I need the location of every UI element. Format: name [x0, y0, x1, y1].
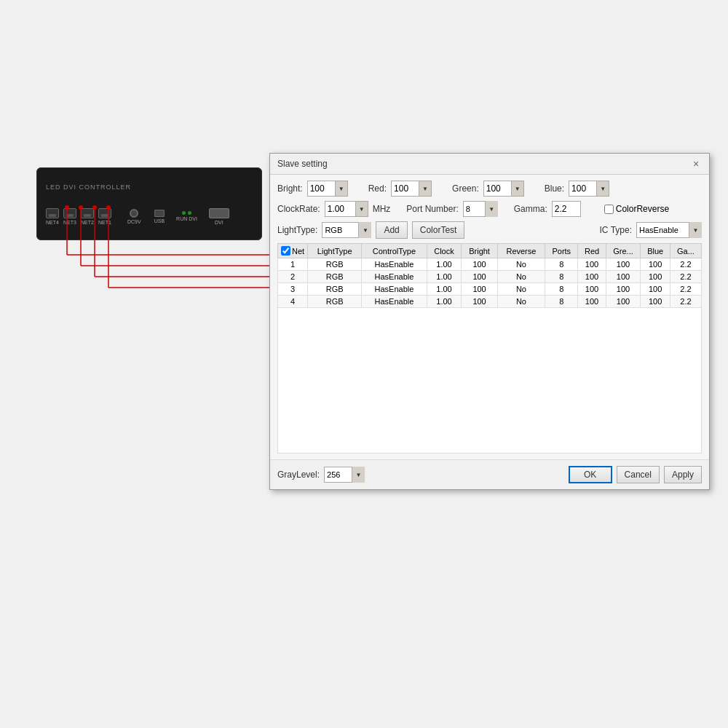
graylevel-select[interactable]: 256 512 1024 — [324, 467, 365, 483]
cell-reverse-0: No — [497, 258, 545, 271]
portnumber-label: Port Number: — [406, 204, 458, 214]
usb-group: USB — [154, 210, 165, 223]
th-reverse: Reverse — [497, 244, 545, 258]
green-dropdown-btn[interactable]: ▼ — [511, 181, 524, 197]
clockrate-input-group: ▼ — [325, 201, 368, 217]
cell-gamma-1: 2.2 — [670, 271, 701, 283]
cell-ports-2: 8 — [545, 283, 578, 296]
close-button[interactable]: × — [690, 158, 702, 170]
red-input[interactable] — [391, 181, 419, 197]
clockrate-input[interactable] — [325, 201, 355, 217]
cell-ports-0: 8 — [545, 258, 578, 271]
th-net-label: Net — [292, 247, 304, 256]
ports-row: NET4 NET3 NET2 NET1 DC9V — [46, 208, 253, 225]
cell-lighttype-0: RGB — [308, 258, 362, 271]
bright-label: Bright: — [277, 183, 303, 194]
device-box: LED DVI CONTROLLER NET4 NET3 NET2 NET1 — [36, 167, 262, 240]
table-header: Net LightType ControlType Clock Bright R… — [278, 244, 702, 258]
cell-net-2: 3 — [278, 283, 308, 296]
select-all-checkbox[interactable] — [281, 246, 290, 256]
portnumber-select[interactable]: 8 16 — [463, 201, 498, 217]
cell-red-0: 100 — [578, 258, 606, 271]
table-row[interactable]: 4 RGB HasEnable 1.00 100 No 8 100 100 10… — [278, 296, 702, 308]
net1-group: NET1 — [98, 208, 111, 225]
dc9v-label: DC9V — [127, 219, 141, 224]
table-row[interactable]: 1 RGB HasEnable 1.00 100 No 8 100 100 10… — [278, 258, 702, 271]
cell-green-0: 100 — [606, 258, 641, 271]
add-button[interactable]: Add — [376, 221, 407, 239]
net3-label: NET3 — [63, 220, 76, 225]
dialog-titlebar: Slave setting × — [270, 154, 709, 175]
blue-input-group: ▼ — [569, 181, 609, 197]
blue-dropdown-btn[interactable]: ▼ — [596, 181, 609, 197]
blue-label: Blue: — [545, 183, 564, 194]
green-input[interactable] — [483, 181, 511, 197]
led-run — [182, 211, 186, 215]
cell-bright-3: 100 — [462, 296, 497, 308]
colorreverse-checkbox-label[interactable]: ColorReverse — [604, 204, 669, 214]
th-gamma: Ga... — [670, 244, 701, 258]
dialog-title: Slave setting — [277, 159, 328, 169]
lighttype-select-wrapper: RGB RGBW ▼ — [322, 222, 371, 238]
dc9v-port — [130, 209, 138, 218]
th-clock: Clock — [427, 244, 462, 258]
blue-input[interactable] — [569, 181, 596, 197]
th-red: Red — [578, 244, 606, 258]
th-blue: Blue — [641, 244, 670, 258]
cell-blue-0: 100 — [641, 258, 670, 271]
gamma-label: Gamma: — [514, 204, 547, 214]
lighttype-select[interactable]: RGB RGBW — [322, 222, 371, 238]
cell-red-1: 100 — [578, 271, 606, 283]
cell-reverse-2: No — [497, 283, 545, 296]
clockrate-dropdown-btn[interactable]: ▼ — [355, 201, 368, 217]
footer-right: OK Cancel Apply — [569, 466, 702, 483]
device-area: LED DVI CONTROLLER NET4 NET3 NET2 NET1 — [22, 160, 269, 306]
ictype-select-wrapper: HasEnable NoEnable ▼ — [636, 222, 702, 238]
cell-ports-1: 8 — [545, 271, 578, 283]
net1-label: NET1 — [98, 220, 111, 225]
colorreverse-label: ColorReverse — [616, 204, 669, 214]
apply-button[interactable]: Apply — [664, 466, 702, 483]
bright-input[interactable] — [307, 181, 335, 197]
cell-clock-2: 1.00 — [427, 283, 462, 296]
cell-net-3: 4 — [278, 296, 308, 308]
gamma-input[interactable] — [552, 201, 581, 217]
ictype-select[interactable]: HasEnable NoEnable — [636, 222, 702, 238]
cell-net-0: 1 — [278, 258, 308, 271]
device-label: LED DVI CONTROLLER — [46, 183, 253, 191]
ok-button[interactable]: OK — [569, 466, 612, 483]
cell-lighttype-2: RGB — [308, 283, 362, 296]
net4-label: NET4 — [46, 220, 59, 225]
table-body: 1 RGB HasEnable 1.00 100 No 8 100 100 10… — [278, 258, 702, 308]
mhz-label: MHz — [373, 204, 391, 214]
graylevel-label: GrayLevel: — [277, 470, 320, 480]
dialog-body: Bright: ▼ Red: ▼ Green: ▼ Blue: ▼ — [270, 175, 709, 459]
colortest-button[interactable]: ColorTest — [412, 221, 465, 239]
cell-ports-3: 8 — [545, 296, 578, 308]
graylevel-select-wrapper: 256 512 1024 ▼ — [324, 467, 365, 483]
bright-dropdown-btn[interactable]: ▼ — [335, 181, 348, 197]
table-row[interactable]: 2 RGB HasEnable 1.00 100 No 8 100 100 10… — [278, 271, 702, 283]
run-dvi-label: RUN DVI — [176, 216, 197, 221]
dc9v-group: DC9V — [127, 209, 141, 224]
net2-port — [81, 208, 94, 218]
cell-blue-1: 100 — [641, 271, 670, 283]
cell-clock-0: 1.00 — [427, 258, 462, 271]
cell-gamma-0: 2.2 — [670, 258, 701, 271]
cell-gamma-2: 2.2 — [670, 283, 701, 296]
table-row[interactable]: 3 RGB HasEnable 1.00 100 No 8 100 100 10… — [278, 283, 702, 296]
colorreverse-checkbox[interactable] — [604, 205, 614, 214]
cancel-button[interactable]: Cancel — [617, 466, 660, 483]
dialog-footer: GrayLevel: 256 512 1024 ▼ OK Cancel Appl… — [270, 459, 709, 489]
table-empty-area — [277, 308, 702, 454]
footer-left: GrayLevel: 256 512 1024 ▼ — [277, 467, 365, 483]
cell-green-1: 100 — [606, 271, 641, 283]
led-dvi — [188, 211, 191, 215]
th-controltype: ControlType — [362, 244, 427, 258]
header-row: Net LightType ControlType Clock Bright R… — [278, 244, 702, 258]
green-label: Green: — [452, 183, 479, 194]
red-dropdown-btn[interactable]: ▼ — [419, 181, 432, 197]
usb-label: USB — [154, 218, 165, 223]
portnumber-select-wrapper: 8 16 ▼ — [463, 201, 498, 217]
cell-reverse-3: No — [497, 296, 545, 308]
